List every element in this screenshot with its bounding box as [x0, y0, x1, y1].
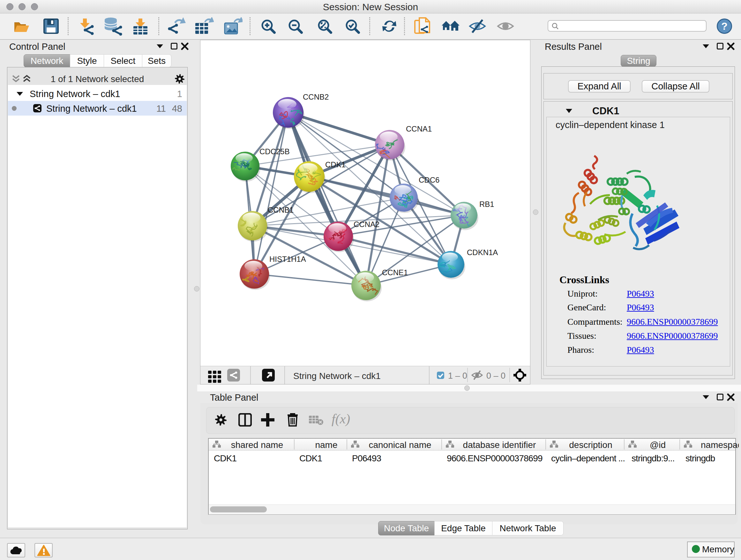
svg-text:HIST1H1A: HIST1H1A — [269, 255, 306, 263]
svg-text:CDC25B: CDC25B — [259, 147, 290, 156]
svg-text:CDC6: CDC6 — [419, 176, 440, 184]
svg-text:CCNA2: CCNA2 — [354, 220, 380, 229]
svg-text:CCNA1: CCNA1 — [406, 125, 432, 133]
svg-text:CDK1: CDK1 — [325, 160, 346, 169]
svg-text:RB1: RB1 — [479, 200, 494, 208]
svg-text:CDKN1A: CDKN1A — [467, 248, 498, 257]
svg-text:CCNB1: CCNB1 — [268, 206, 293, 214]
svg-text:CCNB2: CCNB2 — [303, 92, 329, 101]
svg-text:CCNE1: CCNE1 — [382, 268, 408, 277]
